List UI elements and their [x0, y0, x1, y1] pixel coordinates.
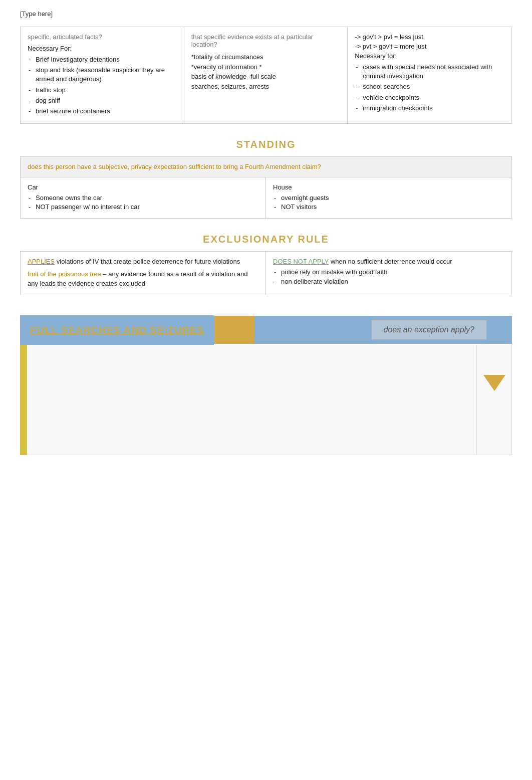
does-not-apply-header: DOES NOT APPLY when no sufficient deterr… — [273, 258, 504, 265]
list-item: vehicle checkpoints — [355, 93, 504, 102]
top-col-3: -> gov't > pvt = less just -> pvt > gov'… — [348, 27, 511, 123]
full-searches-section: FULL SEARCHES AND SEIZURES does an excep… — [20, 315, 512, 455]
car-list: Someone owns the car NOT passenger w/ no… — [28, 194, 258, 211]
col1-header: specific, articulated facts? — [28, 33, 177, 41]
top-col-1: specific, articulated facts? Necessary F… — [21, 27, 184, 123]
full-searches-title: FULL SEARCHES AND SEIZURES — [30, 324, 204, 335]
list-item: stop and frisk (reasonable suspicion the… — [28, 66, 177, 84]
orange-down-arrow — [483, 375, 505, 391]
car-header: Car — [28, 183, 258, 191]
exclusionary-section: EXCLUSIONARY RULE APPLIES violations of … — [20, 234, 512, 295]
applies-subtext: violations of IV that create police dete… — [57, 258, 240, 265]
arrow-line-1: -> gov't > pvt = less just — [355, 33, 504, 41]
fruit-poisonous-tree: fruit of the poisonous tree — [28, 270, 101, 278]
top-col-2: that specific evidence exists at a parti… — [184, 27, 348, 123]
top-section: specific, articulated facts? Necessary F… — [20, 27, 512, 124]
applies-col: APPLIES violations of IV that create pol… — [21, 252, 266, 295]
does-not-apply-col: DOES NOT APPLY when no sufficient deterr… — [266, 252, 511, 295]
arrow-line-2: -> pvt > gov't = more just — [355, 43, 504, 50]
does-not-apply-text: DOES NOT APPLY — [273, 258, 329, 265]
list-item: police rely on mistake with good faith — [273, 268, 504, 276]
col3-list: cases with special needs not associated … — [355, 63, 504, 113]
list-item: immigration checkpoints — [355, 104, 504, 113]
list-item: Brief Investigatory detentions — [28, 55, 177, 64]
standing-cols: Car Someone owns the car NOT passenger w… — [21, 177, 511, 218]
does-not-apply-subtext: when no sufficient deterrence would occu… — [331, 258, 452, 265]
type-here-label: [Type here] — [20, 10, 512, 18]
applies-header: APPLIES violations of IV that create pol… — [28, 258, 258, 265]
standing-section: STANDING does this person have a subject… — [20, 139, 512, 219]
exception-label: does an exception apply? — [384, 325, 474, 334]
house-list: overnight guests NOT visitors — [273, 194, 504, 211]
col2-header: that specific evidence exists at a parti… — [191, 33, 341, 48]
list-item: school searches — [355, 82, 504, 91]
list-item: overnight guests — [273, 194, 504, 202]
standing-car-col: Car Someone owns the car NOT passenger w… — [21, 177, 266, 218]
does-not-apply-list: police rely on mistake with good faith n… — [273, 268, 504, 285]
list-item: dog sniff — [28, 96, 177, 105]
col2-content: *totality of circumstances *veracity of … — [191, 52, 341, 91]
list-item: brief seizure of containers — [28, 107, 177, 116]
list-item: cases with special needs not associated … — [355, 63, 504, 81]
house-header: House — [273, 183, 504, 191]
col1-necessary-for: Necessary For: — [28, 45, 177, 52]
list-item: NOT passenger w/ no interest in car — [28, 203, 258, 211]
standing-question: does this person have a subjective, priv… — [21, 157, 511, 177]
list-item: Someone owns the car — [28, 194, 258, 202]
bottom-content-area — [27, 345, 477, 455]
list-item: traffic stop — [28, 86, 177, 95]
col1-list: Brief Investigatory detentions stop and … — [28, 55, 177, 116]
fruit-description: fruit of the poisonous tree – any eviden… — [28, 269, 258, 289]
standing-box: does this person have a subjective, priv… — [20, 156, 512, 219]
exclusionary-box: APPLIES violations of IV that create pol… — [20, 251, 512, 295]
standing-title: STANDING — [20, 139, 512, 150]
list-item: non deliberate violation — [273, 278, 504, 285]
applies-header-text: APPLIES — [28, 258, 55, 265]
col3-necessary-for: Necessary for: — [355, 52, 504, 60]
exclusionary-title: EXCLUSIONARY RULE — [20, 234, 512, 245]
standing-house-col: House overnight guests NOT visitors — [266, 177, 511, 218]
list-item: NOT visitors — [273, 203, 504, 211]
